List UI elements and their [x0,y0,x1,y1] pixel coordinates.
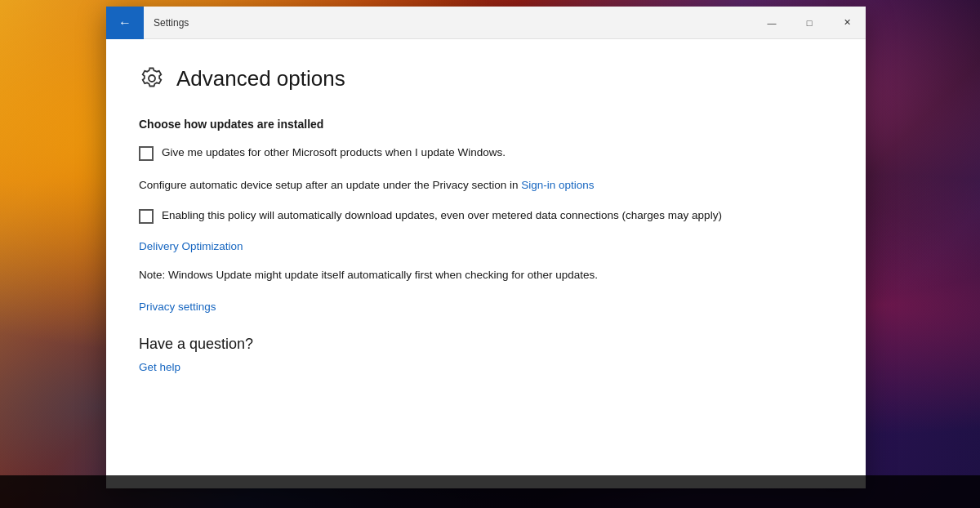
checkbox-row-1: Give me updates for other Microsoft prod… [139,145,833,161]
page-title: Advanced options [176,66,345,91]
privacy-settings-link[interactable]: Privacy settings [139,301,833,313]
minimize-button[interactable]: — [753,7,791,39]
window-title: Settings [144,17,753,29]
signin-options-link[interactable]: Sign-in options [521,179,594,191]
signin-info-text: Configure automatic device setup after a… [139,177,833,194]
back-button[interactable]: ← [106,7,144,39]
delivery-optimization-link[interactable]: Delivery Optimization [139,240,833,252]
get-help-link[interactable]: Get help [139,361,180,373]
maximize-button[interactable]: □ [791,7,828,39]
checkbox-row-2: Enabling this policy will automatically … [139,208,833,224]
gear-icon [139,65,165,91]
checkbox-label-2: Enabling this policy will automatically … [162,208,722,224]
checkbox-microsoft-products[interactable] [139,146,154,161]
title-bar: ← Settings — □ ✕ [106,7,866,39]
window-controls: — □ ✕ [753,7,866,39]
note-text: Note: Windows Update might update itself… [139,267,833,283]
question-heading: Have a question? [139,336,833,353]
taskbar [0,475,980,508]
settings-window: ← Settings — □ ✕ Advanced options Choose… [106,7,866,488]
checkbox-metered-connections[interactable] [139,209,154,224]
close-button[interactable]: ✕ [828,7,866,39]
page-header: Advanced options [139,65,833,91]
signin-prefix-text: Configure automatic device setup after a… [139,179,521,191]
checkbox-label-1: Give me updates for other Microsoft prod… [162,145,506,161]
window-content: Advanced options Choose how updates are … [106,39,866,488]
back-arrow-icon: ← [118,16,131,29]
section-heading: Choose how updates are installed [139,118,833,131]
